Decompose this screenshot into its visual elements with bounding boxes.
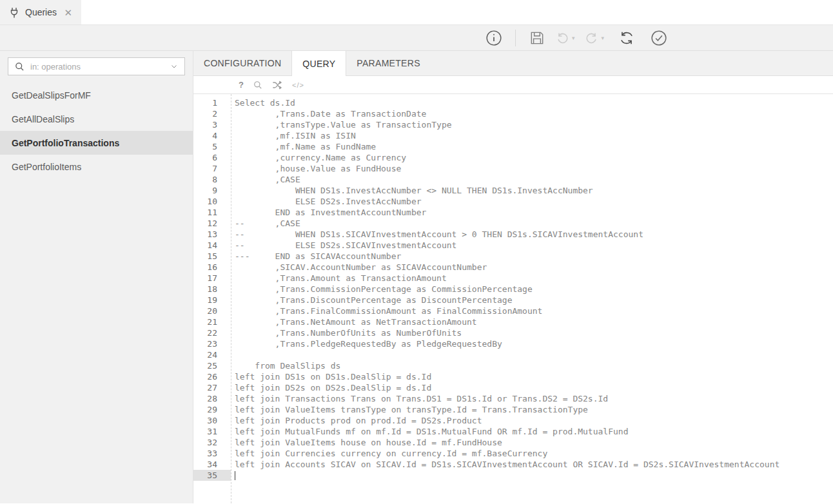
- code-line[interactable]: -- WHEN DS1s.SICAVInvestmentAccount > 0 …: [235, 229, 833, 240]
- line-number: 8: [193, 174, 231, 185]
- main-toolbar: ▾ ▾: [0, 24, 833, 51]
- code-line[interactable]: ,mf.ISIN as ISIN: [235, 130, 833, 141]
- code-line[interactable]: -- ,CASE: [235, 218, 833, 229]
- tab-parameters[interactable]: PARAMETERS: [346, 51, 430, 75]
- search-placeholder: in: operations: [30, 62, 164, 72]
- help-icon[interactable]: ?: [239, 80, 244, 90]
- sidebar-item-GetPortfolioItems[interactable]: GetPortfolioItems: [0, 155, 193, 179]
- line-number: 15: [193, 251, 231, 262]
- line-number: 19: [193, 295, 231, 305]
- line-number: 11: [193, 207, 231, 218]
- document-tabbar: Queries ✕: [0, 0, 833, 24]
- line-number: 16: [193, 262, 231, 273]
- refresh-icon[interactable]: [618, 30, 635, 46]
- line-number: 21: [193, 316, 231, 327]
- sidebar-item-GetAllDealSlips[interactable]: GetAllDealSlips: [0, 107, 193, 131]
- code-line[interactable]: --- END as SICAVAccountNumber: [235, 251, 833, 262]
- code-line[interactable]: left join Currencies currency on currenc…: [235, 448, 833, 459]
- line-number: 25: [193, 360, 231, 371]
- editor-toolbar: ? </>: [193, 76, 833, 94]
- code-line[interactable]: from DealSlips ds: [235, 360, 833, 371]
- queries-sidebar: in: operations GetDealSlipsForMFGetAllDe…: [0, 51, 193, 503]
- chevron-down-icon[interactable]: [170, 63, 178, 70]
- code-line[interactable]: left join DS1s on DS1s.DealSlip = ds.Id: [235, 371, 833, 382]
- code-line[interactable]: left join MutualFunds mf on mf.Id = DS1s…: [235, 426, 833, 437]
- redo-icon[interactable]: ▾: [584, 30, 605, 46]
- line-number: 22: [193, 327, 231, 338]
- code-area[interactable]: Select ds.Id ,Trans.Date as TransactionD…: [231, 94, 833, 503]
- save-icon[interactable]: [529, 30, 545, 46]
- code-line[interactable]: END as InvestmentAccountNumber: [235, 207, 833, 218]
- query-list: GetDealSlipsForMFGetAllDealSlipsGetPortf…: [0, 83, 193, 179]
- code-line[interactable]: [235, 349, 833, 360]
- line-number-gutter: 1234567891011121314151617181920212223242…: [193, 94, 231, 503]
- line-number: 29: [193, 404, 231, 415]
- tab-query[interactable]: QUERY: [291, 51, 346, 76]
- code-line[interactable]: left join Products prod on prod.Id = DS2…: [235, 415, 833, 426]
- line-number: 20: [193, 305, 231, 316]
- code-line[interactable]: ,Trans.CommissionPercentage as Commissio…: [235, 284, 833, 295]
- line-number: 26: [193, 371, 231, 382]
- redo-options-caret[interactable]: ▾: [602, 35, 605, 41]
- line-number: 5: [193, 141, 231, 152]
- code-line[interactable]: ,mf.Name as FundName: [235, 141, 833, 152]
- code-line[interactable]: ,Trans.FinalCommissionAmount as FinalCom…: [235, 305, 833, 316]
- validate-check-icon[interactable]: [651, 30, 667, 46]
- code-icon[interactable]: </>: [292, 81, 304, 89]
- search-icon[interactable]: [253, 81, 262, 90]
- line-number: 12: [193, 218, 231, 229]
- line-number: 2: [193, 108, 231, 119]
- line-number: 1: [193, 97, 231, 108]
- toolbar-divider: [515, 30, 516, 46]
- tab-queries[interactable]: Queries ✕: [0, 0, 81, 24]
- line-number: 13: [193, 229, 231, 240]
- line-number: 27: [193, 382, 231, 393]
- shuffle-icon[interactable]: [272, 81, 282, 90]
- line-number: 7: [193, 163, 231, 174]
- line-number: 4: [193, 130, 231, 141]
- code-line[interactable]: ,Trans.DiscountPercentage as DiscountPer…: [235, 295, 833, 305]
- code-line[interactable]: ,Trans.PledgeRequestedBy as PledgeReques…: [235, 338, 833, 349]
- code-line[interactable]: left join Accounts SICAV on SICAV.Id = D…: [235, 459, 833, 470]
- line-number: 35: [193, 470, 231, 481]
- undo-options-caret[interactable]: ▾: [572, 35, 575, 41]
- search-input[interactable]: in: operations: [8, 57, 185, 75]
- line-number: 18: [193, 284, 231, 295]
- section-tabs: CONFIGURATIONQUERYPARAMETERS: [193, 51, 833, 76]
- code-line[interactable]: ,Trans.NumberOfUnits as NumberOfUnits: [235, 327, 833, 338]
- code-line[interactable]: ,Trans.NetAmount as NetTransactionAmount: [235, 316, 833, 327]
- gutter-separator: [231, 94, 231, 503]
- code-line[interactable]: left join ValueItems transType on transT…: [235, 404, 833, 415]
- code-line[interactable]: ,SICAV.AccountNumber as SICAVAccountNumb…: [235, 262, 833, 273]
- tab-configuration[interactable]: CONFIGURATION: [193, 51, 291, 75]
- code-line[interactable]: [235, 470, 833, 481]
- line-number: 10: [193, 196, 231, 207]
- line-number: 6: [193, 152, 231, 163]
- search-icon: [15, 62, 24, 72]
- code-line[interactable]: ,Trans.Amount as TransactionAmount: [235, 273, 833, 284]
- code-line[interactable]: ,Trans.Date as TransactionDate: [235, 108, 833, 119]
- undo-icon[interactable]: ▾: [554, 30, 575, 46]
- code-line[interactable]: ,CASE: [235, 174, 833, 185]
- sidebar-item-GetPortfolioTransactions[interactable]: GetPortfolioTransactions: [0, 131, 193, 155]
- line-number: 32: [193, 437, 231, 448]
- code-line[interactable]: ,transType.Value as TransactionType: [235, 119, 833, 130]
- code-line[interactable]: left join ValueItems house on house.Id =…: [235, 437, 833, 448]
- code-line[interactable]: left join DS2s on DS2s.DealSlip = ds.Id: [235, 382, 833, 393]
- line-number: 23: [193, 338, 231, 349]
- code-line[interactable]: Select ds.Id: [235, 97, 833, 108]
- code-line[interactable]: left join Transactions Trans on Trans.DS…: [235, 393, 833, 404]
- sidebar-item-GetDealSlipsForMF[interactable]: GetDealSlipsForMF: [0, 83, 193, 107]
- line-number: 14: [193, 240, 231, 251]
- code-line[interactable]: ,house.Value as FundHouse: [235, 163, 833, 174]
- info-icon[interactable]: [485, 30, 502, 46]
- code-line[interactable]: -- ELSE DS2s.SICAVInvestmentAccount: [235, 240, 833, 251]
- code-line[interactable]: ,currency.Name as Currency: [235, 152, 833, 163]
- query-code-editor[interactable]: 1234567891011121314151617181920212223242…: [193, 94, 833, 503]
- code-line[interactable]: ELSE DS2s.InvestAccNumber: [235, 196, 833, 207]
- code-line[interactable]: WHEN DS1s.InvestAccNumber <> NULL THEN D…: [235, 185, 833, 196]
- tab-queries-label: Queries: [25, 7, 57, 17]
- line-number: 28: [193, 393, 231, 404]
- close-icon[interactable]: ✕: [63, 6, 74, 19]
- line-number: 33: [193, 448, 231, 459]
